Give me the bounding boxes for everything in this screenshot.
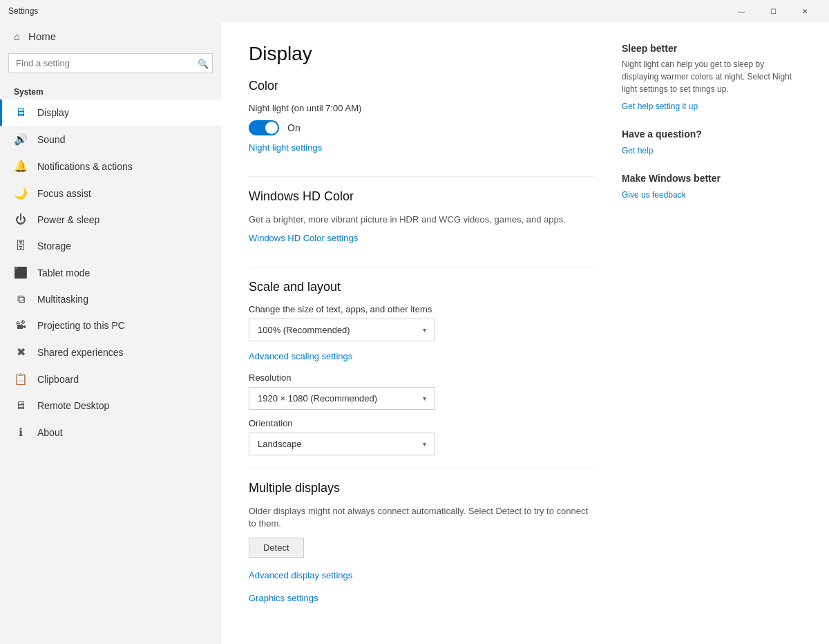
- night-light-toggle-row: On: [249, 120, 594, 135]
- sidebar-item-about-label: About: [37, 427, 63, 438]
- sidebar: ⌂ Home 🔍 System 🖥 Display 🔊 Sound 🔔 Noti…: [0, 22, 221, 644]
- sidebar-item-about[interactable]: ℹ About: [0, 419, 221, 446]
- right-panel: Sleep better Night light can help you ge…: [622, 43, 801, 623]
- right-section-sleep: Sleep better Night light can help you ge…: [622, 43, 801, 112]
- resolution-chevron-icon: ▾: [423, 395, 426, 402]
- sidebar-item-notifications[interactable]: 🔔 Notifications & actions: [0, 153, 221, 180]
- search-input[interactable]: [8, 53, 213, 73]
- sidebar-item-clipboard[interactable]: 📋 Clipboard: [0, 366, 221, 392]
- sidebar-item-power-label: Power & sleep: [37, 214, 99, 225]
- titlebar: Settings — ☐ ✕: [0, 0, 829, 22]
- scale-dropdown[interactable]: 100% (Recommended) ▾: [249, 319, 435, 341]
- search-box: 🔍: [8, 53, 213, 73]
- sidebar-item-focus[interactable]: 🌙 Focus assist: [0, 180, 221, 207]
- sidebar-home[interactable]: ⌂ Home: [0, 22, 221, 50]
- sidebar-item-storage[interactable]: 🗄 Storage: [0, 233, 221, 259]
- sidebar-item-sound-label: Sound: [37, 134, 65, 145]
- color-section-title: Color: [249, 79, 594, 93]
- maximize-button[interactable]: ☐: [757, 0, 789, 22]
- app-container: ⌂ Home 🔍 System 🖥 Display 🔊 Sound 🔔 Noti…: [0, 22, 829, 644]
- night-light-label: Night light (on until 7:00 AM): [249, 103, 594, 113]
- sidebar-item-shared[interactable]: ✖ Shared experiences: [0, 339, 221, 366]
- about-icon: ℹ: [14, 426, 28, 439]
- scale-dropdown-label: Change the size of text, apps, and other…: [249, 304, 594, 314]
- orientation-chevron-icon: ▾: [423, 440, 426, 448]
- sidebar-item-sound[interactable]: 🔊 Sound: [0, 126, 221, 153]
- app-title: Settings: [8, 6, 38, 16]
- sidebar-item-notifications-label: Notifications & actions: [37, 161, 133, 172]
- sleep-better-title: Sleep better: [622, 43, 801, 54]
- sidebar-item-storage-label: Storage: [37, 240, 71, 252]
- projecting-icon: 📽: [14, 319, 28, 332]
- home-label: Home: [28, 30, 56, 42]
- orientation-value: Landscape: [258, 439, 302, 449]
- resolution-label: Resolution: [249, 372, 594, 383]
- sound-icon: 🔊: [14, 133, 28, 146]
- minimize-button[interactable]: —: [725, 0, 757, 22]
- give-feedback-link[interactable]: Give us feedback: [622, 190, 686, 200]
- graphics-settings-link[interactable]: Graphics settings: [249, 593, 318, 603]
- scale-section-title: Scale and layout: [249, 280, 594, 294]
- sidebar-item-remote-label: Remote Desktop: [37, 400, 109, 411]
- have-question-title: Have a question?: [622, 129, 801, 140]
- hd-color-title: Windows HD Color: [249, 189, 594, 204]
- toggle-on-label: On: [287, 122, 301, 133]
- sidebar-item-clipboard-label: Clipboard: [37, 374, 79, 385]
- sidebar-item-shared-label: Shared experiences: [37, 347, 124, 358]
- right-section-feedback: Make Windows better Give us feedback: [622, 173, 801, 200]
- sidebar-section-label: System: [0, 82, 221, 100]
- multiple-displays-desc: Older displays might not always connect …: [249, 505, 594, 530]
- storage-icon: 🗄: [14, 240, 28, 252]
- scale-value: 100% (Recommended): [258, 325, 350, 335]
- power-icon: ⏻: [14, 214, 28, 226]
- sidebar-item-power[interactable]: ⏻ Power & sleep: [0, 207, 221, 233]
- hd-color-settings-link[interactable]: Windows HD Color settings: [249, 233, 358, 243]
- clipboard-icon: 📋: [14, 372, 28, 386]
- sidebar-item-remote[interactable]: 🖥 Remote Desktop: [0, 392, 221, 419]
- focus-icon: 🌙: [14, 187, 28, 200]
- get-help-setting-link[interactable]: Get help setting it up: [622, 102, 698, 111]
- scale-chevron-icon: ▾: [423, 326, 426, 334]
- multiple-displays-title: Multiple displays: [249, 481, 594, 495]
- search-icon-button[interactable]: 🔍: [198, 58, 209, 68]
- main-content: Display Color Night light (on until 7:00…: [221, 22, 829, 644]
- remote-icon: 🖥: [14, 399, 28, 412]
- sidebar-item-display-label: Display: [37, 107, 69, 118]
- detect-button[interactable]: Detect: [249, 538, 304, 558]
- display-icon: 🖥: [14, 106, 28, 119]
- sidebar-item-projecting-label: Projecting to this PC: [37, 320, 125, 331]
- page-title: Display: [249, 43, 594, 65]
- resolution-value: 1920 × 1080 (Recommended): [258, 393, 377, 404]
- home-icon: ⌂: [14, 30, 20, 42]
- multitasking-icon: ⧉: [14, 293, 28, 305]
- orientation-label: Orientation: [249, 418, 594, 428]
- advanced-display-settings-link[interactable]: Advanced display settings: [249, 570, 352, 580]
- sidebar-item-projecting[interactable]: 📽 Projecting to this PC: [0, 312, 221, 339]
- sidebar-item-tablet-label: Tablet mode: [37, 267, 90, 278]
- content-area: Display Color Night light (on until 7:00…: [249, 43, 594, 623]
- advanced-scaling-link[interactable]: Advanced scaling settings: [249, 351, 352, 361]
- night-light-toggle[interactable]: [249, 120, 279, 135]
- tablet-icon: ⬛: [14, 266, 28, 279]
- sidebar-item-multitasking[interactable]: ⧉ Multitasking: [0, 286, 221, 312]
- night-light-settings-link[interactable]: Night light settings: [249, 142, 322, 153]
- make-windows-better-title: Make Windows better: [622, 173, 801, 184]
- sidebar-item-multitasking-label: Multitasking: [37, 294, 88, 305]
- shared-icon: ✖: [14, 345, 28, 359]
- get-help-link[interactable]: Get help: [622, 146, 653, 155]
- close-button[interactable]: ✕: [789, 0, 821, 22]
- notifications-icon: 🔔: [14, 160, 28, 173]
- sleep-better-text: Night light can help you get to sleep by…: [622, 58, 801, 95]
- resolution-dropdown[interactable]: 1920 × 1080 (Recommended) ▾: [249, 387, 435, 410]
- window-controls: — ☐ ✕: [725, 0, 821, 22]
- sidebar-item-display[interactable]: 🖥 Display: [0, 100, 221, 126]
- sidebar-item-tablet[interactable]: ⬛ Tablet mode: [0, 259, 221, 286]
- right-section-question: Have a question? Get help: [622, 129, 801, 156]
- sidebar-item-focus-label: Focus assist: [37, 188, 91, 199]
- orientation-dropdown[interactable]: Landscape ▾: [249, 433, 435, 455]
- hd-color-desc: Get a brighter, more vibrant picture in …: [249, 214, 594, 226]
